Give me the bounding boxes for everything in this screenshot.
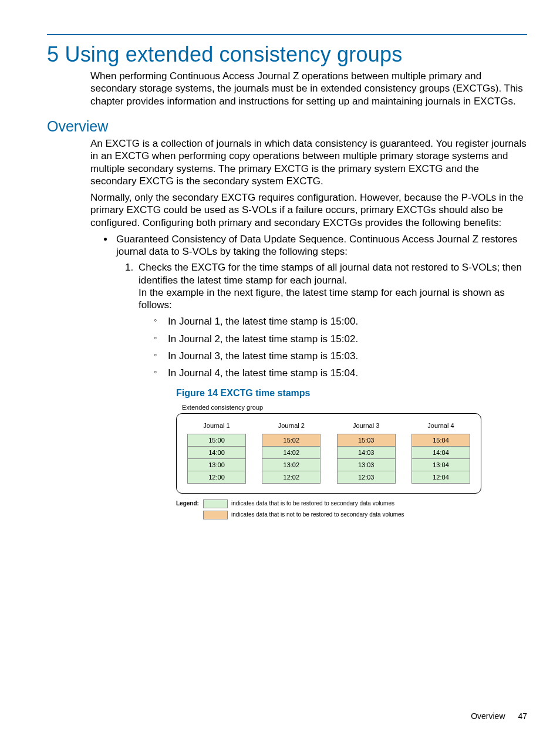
footer-section: Overview bbox=[471, 711, 505, 721]
footer-page-number: 47 bbox=[518, 711, 527, 721]
timestamp-sublist: In Journal 1, the latest time stamp is 1… bbox=[139, 315, 527, 379]
journal-header: Journal 4 bbox=[411, 422, 470, 430]
journal-column: Journal 3 15:03 14:03 13:03 12:03 bbox=[337, 422, 396, 484]
journal-stack: 15:03 14:03 13:03 12:03 bbox=[337, 434, 396, 484]
time-cell: 14:04 bbox=[412, 447, 470, 459]
time-cell: 12:04 bbox=[412, 471, 470, 483]
time-cell: 12:00 bbox=[188, 471, 245, 483]
swatch-orange-icon bbox=[203, 511, 228, 519]
time-cell: 13:00 bbox=[188, 459, 245, 471]
legend-green-text: indicates data that is to be restored to… bbox=[231, 500, 394, 508]
step-1: Checks the EXCTG for the time stamps of … bbox=[136, 261, 527, 519]
time-cell: 14:02 bbox=[262, 447, 320, 459]
chapter-number: 5 bbox=[47, 42, 59, 66]
benefit-item: Guaranteed Consistency of Data Update Se… bbox=[114, 233, 527, 519]
sub-item: In Journal 2, the latest time stamp is 1… bbox=[154, 333, 527, 345]
time-cell: 15:02 bbox=[262, 434, 320, 447]
time-cell: 12:02 bbox=[262, 471, 320, 483]
time-cell: 15:04 bbox=[412, 434, 470, 447]
journal-column: Journal 1 15:00 14:00 13:00 12:00 bbox=[187, 422, 246, 484]
journal-header: Journal 2 bbox=[262, 422, 321, 430]
sub-item: In Journal 4, the latest time stamp is 1… bbox=[154, 367, 527, 379]
journal-header: Journal 3 bbox=[337, 422, 396, 430]
time-cell: 14:03 bbox=[338, 447, 395, 459]
overview-heading: Overview bbox=[47, 117, 108, 136]
step-1-text: Checks the EXCTG for the time stamps of … bbox=[139, 262, 522, 285]
time-cell: 13:04 bbox=[412, 459, 470, 471]
benefit-text: Guaranteed Consistency of Data Update Se… bbox=[116, 234, 517, 257]
sub-item: In Journal 3, the latest time stamp is 1… bbox=[154, 350, 527, 362]
page-footer: Overview 47 bbox=[471, 711, 527, 722]
figure-caption: Figure 14 EXCTG time stamps bbox=[176, 387, 527, 399]
figure-box-label: Extended consistency group bbox=[182, 404, 481, 412]
step-1-example: In the example in the next figure, the l… bbox=[139, 286, 527, 312]
time-cell: 13:03 bbox=[338, 459, 395, 471]
top-rule bbox=[47, 34, 527, 35]
figure-14: Extended consistency group Journal 1 15:… bbox=[176, 404, 481, 519]
legend-row-orange: indicates data that is not to be restore… bbox=[176, 511, 481, 519]
benefits-list: Guaranteed Consistency of Data Update Se… bbox=[90, 233, 527, 519]
overview-body: An EXCTG is a collection of journals in … bbox=[90, 137, 527, 522]
journal-stack: 15:04 14:04 13:04 12:04 bbox=[411, 434, 470, 484]
overview-p2: Normally, only the secondary EXCTG requi… bbox=[90, 191, 527, 229]
sub-item: In Journal 1, the latest time stamp is 1… bbox=[154, 315, 527, 328]
journal-stack: 15:02 14:02 13:02 12:02 bbox=[262, 434, 321, 484]
chapter-title: 5 Using extended consistency groups bbox=[47, 41, 402, 67]
swatch-green-icon bbox=[203, 499, 228, 508]
time-cell: 12:03 bbox=[338, 471, 395, 483]
chapter-title-text: Using extended consistency groups bbox=[65, 42, 402, 66]
steps-list: Checks the EXCTG for the time stamps of … bbox=[116, 261, 527, 519]
time-cell: 13:02 bbox=[262, 459, 320, 471]
legend-row-green: Legend: indicates data that is to be res… bbox=[176, 499, 481, 508]
time-cell: 14:00 bbox=[188, 447, 245, 459]
journal-column: Journal 4 15:04 14:04 13:04 12:04 bbox=[411, 422, 470, 484]
legend-orange-text: indicates data that is not to be restore… bbox=[231, 511, 404, 519]
exctg-box: Journal 1 15:00 14:00 13:00 12:00 Journa… bbox=[176, 413, 481, 494]
figure-legend: Legend: indicates data that is to be res… bbox=[176, 499, 481, 519]
chapter-intro: When performing Continuous Access Journa… bbox=[90, 70, 527, 107]
journal-stack: 15:00 14:00 13:00 12:00 bbox=[187, 434, 246, 484]
time-cell: 15:00 bbox=[188, 434, 245, 447]
journal-column: Journal 2 15:02 14:02 13:02 12:02 bbox=[262, 422, 321, 484]
journal-header: Journal 1 bbox=[187, 422, 246, 430]
overview-p1: An EXCTG is a collection of journals in … bbox=[90, 137, 527, 187]
time-cell: 15:03 bbox=[338, 434, 395, 447]
legend-label: Legend: bbox=[176, 500, 203, 508]
